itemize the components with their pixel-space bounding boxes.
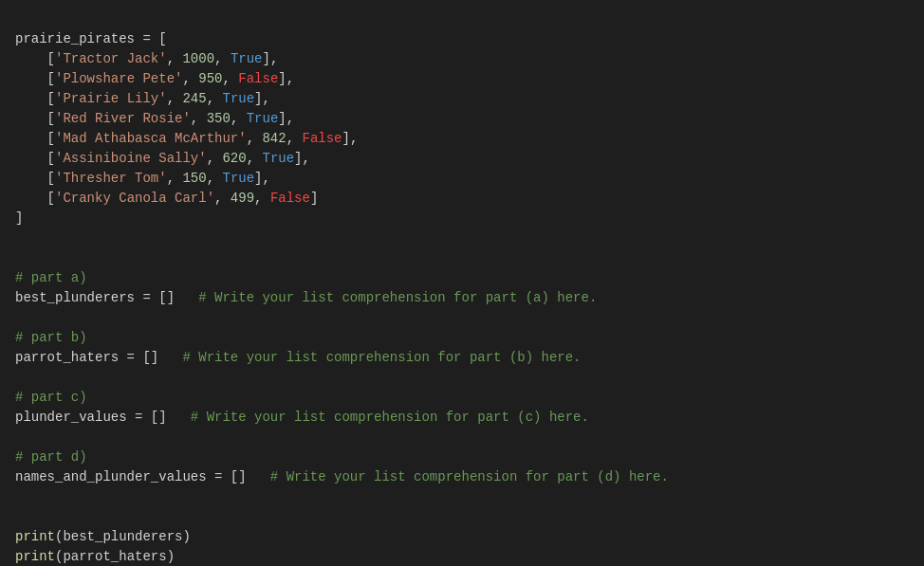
code-editor: prairie_pirates = [ ['Tractor Jack', 100… xyxy=(15,9,909,566)
var-name: prairie_pirates xyxy=(15,31,135,46)
